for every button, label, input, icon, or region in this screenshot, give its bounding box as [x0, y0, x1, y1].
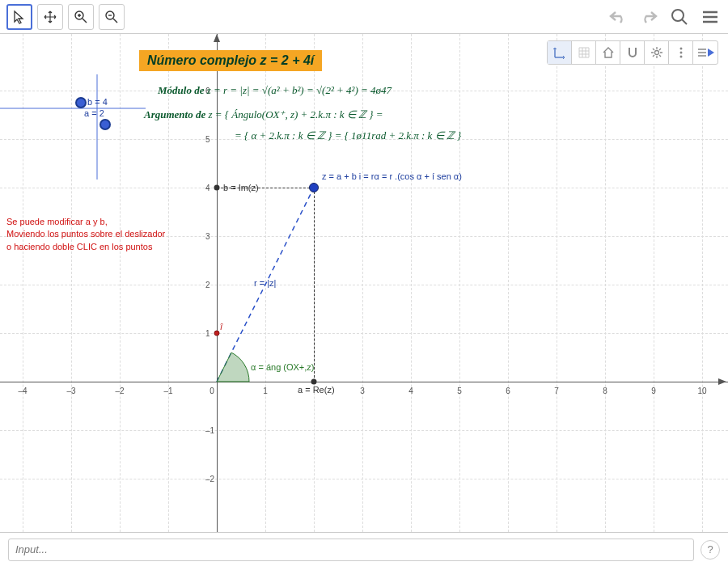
settings-button[interactable] — [645, 41, 669, 64]
x-tick: 6 — [506, 386, 510, 395]
input-bar: ? — [0, 532, 728, 566]
y-tick: 5 — [205, 135, 210, 144]
modulo-text: Módulo de z = r = |z| = √(a² + b²) = √(2… — [158, 84, 392, 97]
x-tick: 10 — [697, 386, 706, 395]
snap-button[interactable] — [620, 41, 645, 64]
svg-point-2 — [672, 10, 684, 21]
help-button[interactable]: ? — [700, 540, 720, 560]
undo-button[interactable] — [607, 6, 629, 28]
slider-b-label: b = 4 — [87, 97, 108, 107]
point-z[interactable] — [309, 183, 319, 192]
x-tick: –1 — [163, 386, 172, 395]
home-view-button[interactable] — [596, 41, 620, 64]
tool-group-right — [607, 6, 722, 28]
tool-group-left — [6, 4, 125, 30]
construction-protocol-button[interactable] — [693, 41, 717, 64]
graphics-toolbar — [547, 40, 718, 65]
show-axes-button[interactable] — [548, 41, 572, 64]
x-tick: 5 — [457, 386, 462, 395]
svg-point-4 — [679, 48, 682, 50]
y-tick: 2 — [205, 281, 210, 289]
slider-point-a[interactable] — [99, 119, 111, 130]
y-tick: –1 — [205, 426, 214, 435]
x-tick: 9 — [651, 386, 656, 395]
point-i[interactable] — [214, 331, 220, 336]
command-input[interactable] — [8, 539, 694, 561]
svg-point-6 — [679, 56, 682, 58]
y-tick: 3 — [205, 232, 210, 241]
y-tick: –2 — [205, 475, 214, 484]
x-tick: 7 — [554, 386, 559, 395]
argumento-text-1: Argumento de z = { Ángulo(OX⁺, z) + 2.k.… — [144, 108, 383, 121]
graphics-canvas[interactable]: –4 –3 –2 –1 0 1 3 4 5 6 7 8 9 10 1 2 3 4… — [0, 34, 728, 532]
x-tick: 1 — [263, 386, 268, 395]
top-toolbar — [0, 0, 728, 34]
redo-button[interactable] — [637, 6, 660, 28]
pan-tool-button[interactable] — [37, 4, 63, 30]
zoom-in-button[interactable] — [68, 4, 94, 30]
slider-point-b[interactable] — [75, 97, 87, 108]
a-re-label: a = Re(z) — [298, 385, 335, 395]
x-axis — [0, 382, 728, 382]
move-tool-button[interactable] — [6, 4, 32, 30]
x-tick: –4 — [18, 386, 27, 395]
x-tick: 3 — [360, 386, 365, 395]
show-grid-button[interactable] — [572, 41, 596, 64]
svg-point-5 — [679, 52, 682, 54]
z-formula-label: z = a + b i = rα = r .(cos α + í sen α) — [322, 171, 462, 181]
more-button[interactable] — [669, 41, 693, 64]
x-tick: 0 — [210, 386, 214, 395]
alpha-label: α = áng (OX+,z) — [251, 362, 315, 372]
slider-a-label: a = 2 — [84, 108, 104, 118]
point-b-proj[interactable] — [214, 185, 220, 191]
b-im-label: b = Im(z) — [223, 183, 259, 192]
slider-crosshair — [0, 74, 162, 180]
title-box: Número complejo z = 2 + 4í — [139, 50, 322, 71]
instructions: Se puede modificar a y b, Moviendo los p… — [6, 216, 165, 253]
point-a-proj[interactable] — [311, 379, 317, 385]
x-tick: 8 — [603, 386, 607, 395]
svg-point-3 — [654, 51, 658, 55]
r-label: r = |z| — [254, 278, 276, 288]
i-hat-label: î — [220, 322, 222, 332]
y-tick: 4 — [205, 184, 210, 192]
x-tick: –2 — [115, 386, 124, 395]
x-tick: –3 — [66, 386, 75, 395]
x-tick: 4 — [408, 386, 413, 395]
search-button[interactable] — [668, 6, 691, 28]
argumento-text-2: = { α + 2.k.π : k ∈ ℤ } = { 1ø11rad + 2.… — [235, 129, 461, 142]
y-tick: 1 — [205, 329, 210, 338]
zoom-out-button[interactable] — [99, 4, 125, 30]
menu-button[interactable] — [699, 6, 722, 28]
